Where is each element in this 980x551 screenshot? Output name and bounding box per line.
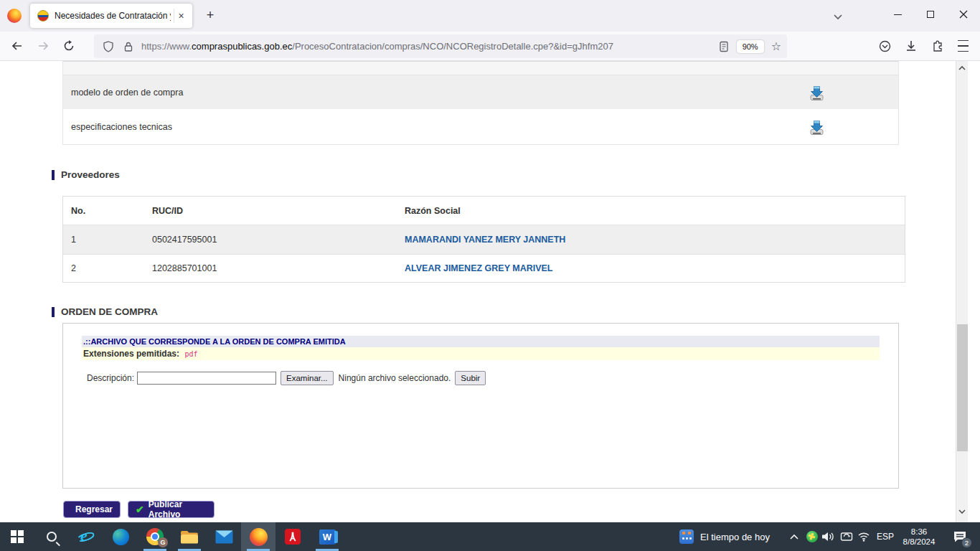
cell-no: 2 bbox=[63, 263, 152, 273]
descripcion-input[interactable] bbox=[137, 372, 276, 385]
search-icon bbox=[47, 532, 57, 542]
weather-label: El tiempo de hoy bbox=[700, 532, 770, 542]
providers-table: No. RUC/ID Razón Social 1 0502417595001 … bbox=[62, 196, 905, 283]
cell-ruc: 0502417595001 bbox=[152, 235, 405, 245]
column-header-no: No. bbox=[63, 206, 152, 216]
chrome-profile-badge: G bbox=[158, 537, 168, 547]
attachment-label: especificaciones tecnicas bbox=[71, 122, 172, 132]
tab-list-chevron-icon[interactable] bbox=[832, 11, 844, 19]
column-header-ruc: RUC/ID bbox=[152, 206, 405, 216]
shield-icon[interactable] bbox=[103, 41, 114, 52]
attachment-label: modelo de orden de compra bbox=[71, 88, 183, 98]
speaker-icon bbox=[821, 531, 836, 542]
window-close-button[interactable] bbox=[947, 0, 980, 29]
table-row: 1 0502417595001 MAMARANDI YANEZ MERY JAN… bbox=[63, 225, 905, 254]
taskbar-mail-button[interactable] bbox=[207, 522, 241, 551]
zoom-level-badge[interactable]: 90% bbox=[737, 40, 764, 53]
publicar-archivo-button[interactable]: ✔ Publicar Archivo bbox=[128, 501, 215, 518]
url-text: https://www.compraspublicas.gob.ec/Proce… bbox=[141, 41, 718, 52]
wifi-tray-icon[interactable] bbox=[854, 522, 874, 551]
regresar-button[interactable]: Regresar bbox=[63, 501, 121, 518]
clock-date: 8/8/2024 bbox=[903, 537, 936, 547]
extensiones-label: Extensiones pemitidas: bbox=[83, 349, 179, 359]
taskbar-word-button[interactable]: W bbox=[310, 522, 344, 551]
weather-icon bbox=[679, 529, 694, 544]
pocket-icon[interactable] bbox=[873, 34, 896, 57]
taskbar-edge-button[interactable] bbox=[103, 522, 138, 551]
taskbar-explorer-button[interactable] bbox=[172, 522, 207, 551]
edge-icon bbox=[113, 529, 129, 545]
cell-no: 1 bbox=[63, 235, 152, 245]
browser-titlebar: Necesidades de Contratación y × + bbox=[0, 0, 980, 32]
taskbar-acrobat-button[interactable] bbox=[275, 522, 310, 551]
menu-button[interactable] bbox=[951, 34, 974, 57]
tray-hidden-icons-chevron[interactable] bbox=[785, 522, 804, 551]
reader-mode-icon[interactable] bbox=[718, 41, 730, 52]
providers-header-row: No. RUC/ID Razón Social bbox=[63, 197, 905, 225]
page-content: modelo de orden de compra especificacion… bbox=[0, 61, 968, 522]
browser-tab[interactable]: Necesidades de Contratación y × bbox=[30, 4, 192, 28]
lock-icon[interactable] bbox=[123, 41, 134, 52]
vertical-scrollbar[interactable] bbox=[956, 61, 968, 522]
download-file-icon[interactable] bbox=[807, 83, 826, 102]
language-indicator[interactable]: ESP bbox=[872, 522, 898, 551]
provider-link[interactable]: ALVEAR JIMENEZ GREY MARIVEL bbox=[405, 263, 553, 273]
bookmark-star-icon[interactable]: ☆ bbox=[771, 39, 781, 53]
wifi-icon bbox=[857, 532, 870, 542]
download-file-icon[interactable] bbox=[807, 117, 826, 136]
file-explorer-icon bbox=[180, 529, 199, 545]
notification-center-button[interactable]: 2 bbox=[944, 522, 976, 551]
provider-link[interactable]: MAMARANDI YANEZ MERY JANNETH bbox=[405, 235, 565, 245]
heading-bar bbox=[52, 170, 55, 180]
taskbar-firefox-button[interactable] bbox=[241, 522, 275, 551]
taskbar-ie-button[interactable]: e bbox=[69, 522, 103, 551]
url-bar[interactable]: https://www.compraspublicas.gob.ec/Proce… bbox=[94, 34, 787, 58]
forward-button[interactable] bbox=[32, 34, 55, 57]
check-icon: ✔ bbox=[136, 504, 144, 515]
column-header-razon: Razón Social bbox=[405, 206, 905, 216]
windows-logo-icon bbox=[11, 530, 24, 543]
word-icon: W bbox=[319, 529, 336, 545]
extensiones-value: pdf bbox=[185, 350, 198, 358]
browser-navbar: https://www.compraspublicas.gob.ec/Proce… bbox=[0, 32, 980, 61]
extensions-icon[interactable] bbox=[925, 34, 948, 57]
taskbar-clock[interactable]: 8:36 8/8/2024 bbox=[895, 522, 943, 551]
ecuador-favicon-icon bbox=[37, 10, 49, 22]
taskbar-chrome-button[interactable]: G bbox=[138, 522, 172, 551]
notification-badge: 2 bbox=[961, 537, 972, 548]
clock-time: 8:36 bbox=[911, 527, 927, 537]
tab-title: Necesidades de Contratación y bbox=[55, 11, 171, 21]
scroll-up-icon[interactable] bbox=[956, 62, 968, 74]
subir-button[interactable]: Subir bbox=[455, 371, 486, 385]
scroll-down-icon[interactable] bbox=[956, 506, 968, 517]
archivo-header: .::ARCHIVO QUE CORRESPONDE A LA ORDEN DE… bbox=[82, 336, 880, 347]
firefox-logo-icon bbox=[7, 9, 22, 23]
downloads-icon[interactable] bbox=[900, 34, 923, 57]
descripcion-label: Descripción: bbox=[87, 373, 134, 383]
minimize-button[interactable] bbox=[881, 0, 914, 29]
no-file-text: Ningún archivo seleccionado. bbox=[339, 373, 451, 383]
proveedores-heading: Proveedores bbox=[52, 169, 120, 180]
firefox-icon bbox=[250, 528, 268, 546]
upload-box: .::ARCHIVO QUE CORRESPONDE A LA ORDEN DE… bbox=[62, 323, 899, 489]
scrollbar-thumb[interactable] bbox=[957, 324, 968, 451]
reload-button[interactable] bbox=[57, 34, 80, 57]
table-row: especificaciones tecnicas bbox=[63, 109, 898, 145]
screen: Necesidades de Contratación y × + bbox=[0, 0, 980, 551]
start-button[interactable] bbox=[0, 522, 34, 551]
antivirus-icon: ✚ bbox=[806, 531, 818, 542]
extensiones-row: Extensiones pemitidas: pdf bbox=[82, 347, 880, 360]
back-button[interactable] bbox=[6, 34, 29, 57]
attachments-table: modelo de orden de compra especificacion… bbox=[62, 61, 899, 145]
mail-icon bbox=[215, 530, 233, 544]
weather-widget[interactable]: El tiempo de hoy bbox=[667, 522, 782, 551]
restore-button[interactable] bbox=[914, 0, 947, 29]
tab-close-icon[interactable]: × bbox=[174, 9, 188, 23]
orden-heading: ORDEN DE COMPRA bbox=[52, 306, 158, 317]
examinar-button[interactable]: Examinar... bbox=[281, 371, 334, 385]
table-row: 2 1202885701001 ALVEAR JIMENEZ GREY MARI… bbox=[63, 254, 905, 282]
heading-bar bbox=[52, 307, 55, 317]
new-tab-button[interactable]: + bbox=[201, 6, 220, 25]
cell-ruc: 1202885701001 bbox=[152, 263, 405, 273]
taskbar-search-button[interactable] bbox=[34, 522, 69, 551]
